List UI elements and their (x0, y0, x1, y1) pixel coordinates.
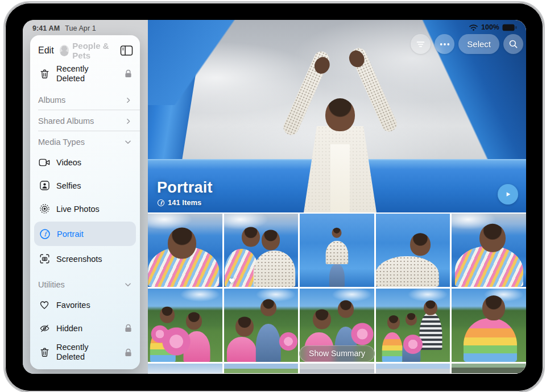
portrait-icon: f (39, 228, 51, 240)
status-bar-right: 100% (469, 23, 517, 31)
photos-app-screen: 9:41 AMTue Apr 1 Edit People & Pets (23, 20, 526, 374)
photo-thumbnail[interactable] (452, 214, 526, 287)
live-photos-icon (38, 203, 51, 215)
battery-percent: 100% (481, 23, 499, 31)
divider (38, 131, 140, 131)
sidebar: Edit People & Pets Recently (30, 35, 140, 369)
ellipsis-icon (440, 43, 450, 46)
search-icon (508, 39, 518, 49)
sidebar-section-utilities[interactable]: Utilities (30, 275, 140, 293)
sidebar-item-selfies[interactable]: Selfies (30, 174, 140, 197)
play-icon (503, 190, 512, 199)
battery-icon (502, 24, 517, 31)
photo-thumbnail[interactable] (452, 364, 526, 373)
play-button[interactable] (498, 184, 518, 205)
album-caption: Portrait f 141 Items (157, 179, 213, 207)
sidebar-toggle-icon[interactable] (120, 45, 133, 56)
sidebar-item-duplicates[interactable]: Duplicates (30, 365, 140, 369)
divider (38, 110, 140, 110)
sidebar-section-shared-albums[interactable]: Shared Albums (30, 111, 140, 130)
sidebar-item-hidden[interactable]: Hidden (30, 316, 140, 340)
video-icon (38, 156, 51, 169)
left-pane-background: 9:41 AMTue Apr 1 Edit People & Pets (23, 20, 148, 374)
chevron-right-icon (125, 97, 132, 104)
ipad-device: 9:41 AMTue Apr 1 Edit People & Pets (0, 0, 546, 392)
search-button[interactable] (503, 34, 523, 54)
photo-thumbnail[interactable] (148, 289, 222, 362)
sidebar-item-live-photos[interactable]: Live Photos (30, 197, 140, 220)
chevron-down-icon (124, 281, 132, 289)
photo-thumbnail[interactable] (224, 214, 299, 287)
trash-icon (38, 68, 51, 80)
photo-thumbnail[interactable] (300, 214, 374, 287)
photo-thumbnail[interactable] (376, 364, 450, 373)
photo-thumbnail[interactable] (148, 214, 222, 287)
wifi-icon (469, 24, 478, 31)
photo-thumbnail[interactable] (148, 364, 222, 373)
sidebar-item-favorites[interactable]: Favorites (30, 293, 140, 316)
lock-icon (125, 348, 132, 357)
album-toolbar: Select (411, 34, 523, 54)
heart-icon (38, 299, 51, 311)
sidebar-item-recently-deleted[interactable]: Recently Deleted (30, 340, 140, 364)
chevron-right-icon (125, 118, 132, 125)
sidebar-item-people-and-pets: People & Pets (60, 41, 120, 60)
screenshots-icon (38, 253, 51, 265)
status-bar-left: 9:41 AMTue Apr 1 (32, 24, 96, 32)
sidebar-section-albums[interactable]: Albums (30, 90, 140, 109)
sidebar-item-portrait[interactable]: f Portrait (34, 222, 136, 246)
device-frame: 9:41 AMTue Apr 1 Edit People & Pets (3, 1, 545, 392)
sidebar-item-videos[interactable]: Videos (30, 151, 140, 174)
svg-text:f: f (44, 231, 48, 238)
photo-thumbnail[interactable] (376, 214, 450, 287)
album-item-count: f 141 Items (157, 198, 213, 207)
chevron-down-icon (124, 138, 132, 146)
sidebar-item-screenshots[interactable]: Screenshots (30, 247, 140, 270)
photo-thumbnail[interactable] (376, 289, 450, 362)
filter-icon (416, 40, 425, 48)
favorite-heart-icon (228, 277, 235, 283)
album-view: Portrait f 141 Items 100% (148, 20, 526, 374)
select-button[interactable]: Select (458, 34, 499, 54)
filter-button[interactable] (411, 34, 431, 54)
sidebar-header: Edit People & Pets (30, 35, 140, 61)
hero-subject (286, 30, 394, 212)
portrait-icon: f (157, 199, 165, 207)
photo-thumbnail[interactable] (224, 364, 299, 373)
photo-thumbnail[interactable] (300, 364, 374, 373)
album-title: Portrait (157, 179, 213, 197)
person-avatar (60, 45, 69, 56)
edit-button[interactable]: Edit (38, 45, 54, 56)
eye-slash-icon (38, 322, 51, 335)
photo-thumbnail[interactable] (452, 289, 526, 362)
status-date: Tue Apr 1 (65, 24, 96, 32)
more-button[interactable] (435, 34, 454, 54)
lock-icon (125, 69, 132, 78)
sidebar-item-recently-deleted-top[interactable]: Recently Deleted (30, 61, 140, 86)
show-summary-button[interactable]: Show Summary (299, 345, 375, 362)
selfies-icon (38, 180, 51, 192)
photo-thumbnail[interactable] (224, 289, 299, 362)
status-time: 9:41 AM (32, 24, 60, 32)
sidebar-section-media-types[interactable]: Media Types (30, 132, 140, 151)
trash-icon (38, 346, 51, 358)
lock-icon (125, 324, 132, 332)
